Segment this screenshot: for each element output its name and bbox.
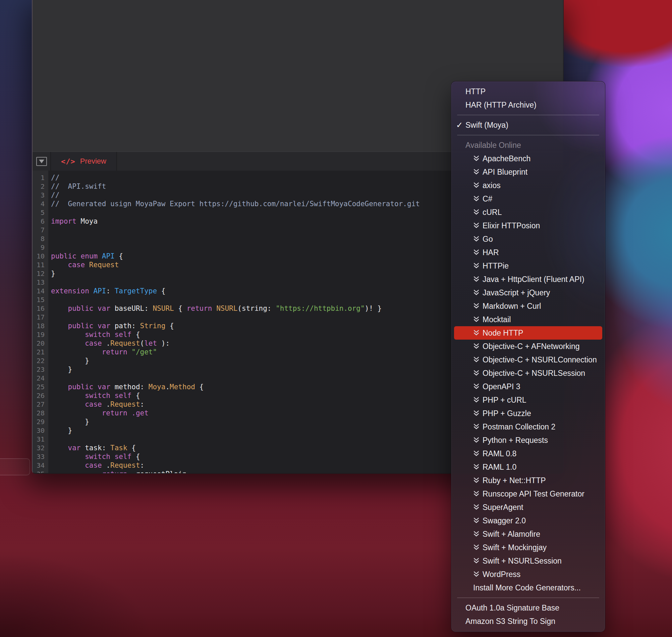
double-chevron-down-icon <box>472 208 480 216</box>
menu-item-har[interactable]: HAR <box>451 246 605 259</box>
menu-item-label: C# <box>483 195 492 203</box>
double-chevron-down-icon <box>472 195 480 203</box>
line-number: 6 <box>33 217 44 225</box>
menu-item-swift-mockingjay[interactable]: Swift + Mockingjay <box>451 541 605 554</box>
menu-item-mocktail[interactable]: Mocktail <box>451 313 605 326</box>
menu-item-raml-0-8[interactable]: RAML 0.8 <box>451 447 605 460</box>
menu-item-javascript-jquery[interactable]: JavaScript + jQuery <box>451 286 605 299</box>
menu-item-curl[interactable]: cURL <box>451 205 605 219</box>
line-number: 34 <box>33 461 44 470</box>
menu-item-har-http-archive[interactable]: HAR (HTTP Archive) <box>451 98 605 112</box>
tab-preview[interactable]: </> Preview <box>51 152 117 171</box>
menu-item-node-http[interactable]: Node HTTP <box>454 326 602 340</box>
line-number: 28 <box>33 409 44 417</box>
double-chevron-down-icon <box>472 262 480 270</box>
menu-item-label: Objective-C + AFNetworking <box>483 342 580 351</box>
double-chevron-down-icon <box>472 343 480 350</box>
double-chevron-down-icon <box>472 356 480 364</box>
menu-item-raml-1-0[interactable]: RAML 1.0 <box>451 460 605 474</box>
menu-item-label: OpenAPI 3 <box>483 382 521 391</box>
menu-item-swagger-2-0[interactable]: Swagger 2.0 <box>451 514 605 527</box>
line-number: 11 <box>33 260 44 269</box>
menu-item-label: HTTPie <box>483 261 509 271</box>
menu-item-apachebench[interactable]: ApacheBench <box>451 152 605 165</box>
menu-item-markdown-curl[interactable]: Markdown + Curl <box>451 299 605 313</box>
menu-item-api-blueprint[interactable]: API Blueprint <box>451 165 605 179</box>
menu-item-wordpress[interactable]: WordPress <box>451 568 605 581</box>
menu-item-label: cURL <box>483 208 502 217</box>
menu-item-label: Swift + NSURLSession <box>483 557 562 566</box>
menu-item-objective-c-nsurlconnection[interactable]: Objective-C + NSURLConnection <box>451 353 605 366</box>
line-number: 8 <box>33 234 44 243</box>
double-chevron-down-icon <box>472 303 480 310</box>
line-number: 1 <box>33 173 44 182</box>
menu-item-swift-nsurlsession[interactable]: Swift + NSURLSession <box>451 554 605 568</box>
menu-item-python-requests[interactable]: Python + Requests <box>451 434 605 447</box>
double-chevron-down-icon <box>472 316 480 324</box>
menu-item-label: Install More Code Generators... <box>473 583 581 593</box>
double-chevron-down-icon <box>472 276 480 283</box>
menu-item-label: Amazon S3 String To Sign <box>466 617 555 626</box>
menu-item-c[interactable]: C# <box>451 192 605 205</box>
line-number: 31 <box>33 435 44 443</box>
code-icon: </> <box>61 157 75 166</box>
line-number: 13 <box>33 278 44 287</box>
double-chevron-down-icon <box>472 463 480 471</box>
line-number: 10 <box>33 252 44 260</box>
menu-item-swift-alamofire[interactable]: Swift + Alamofire <box>451 527 605 541</box>
line-number: 30 <box>33 426 44 435</box>
menu-item-label: HTTP <box>466 87 486 96</box>
menu-separator <box>457 135 599 135</box>
double-chevron-down-icon <box>472 369 480 377</box>
line-number: 18 <box>33 322 44 330</box>
line-number-gutter: 1234567891011121314151617181920212223242… <box>33 171 48 473</box>
menu-item-label: RAML 0.8 <box>483 449 516 458</box>
menu-item-http[interactable]: HTTP <box>451 85 605 98</box>
line-number: 7 <box>33 225 44 234</box>
view-mode-dropdown-button[interactable] <box>36 157 47 166</box>
line-number: 23 <box>33 365 44 374</box>
double-chevron-down-icon <box>472 383 480 390</box>
menu-item-label: ApacheBench <box>483 154 530 163</box>
menu-item-httpie[interactable]: HTTPie <box>451 259 605 273</box>
double-chevron-down-icon <box>472 544 480 551</box>
menu-item-postman-collection-2[interactable]: Postman Collection 2 <box>451 420 605 434</box>
double-chevron-down-icon <box>472 222 480 230</box>
line-number: 26 <box>33 391 44 400</box>
menu-item-go[interactable]: Go <box>451 232 605 246</box>
menu-item-openapi-3[interactable]: OpenAPI 3 <box>451 380 605 393</box>
menu-item-label: Swift + Mockingjay <box>483 543 547 552</box>
line-number: 16 <box>33 304 44 313</box>
menu-item-objective-c-afnetworking[interactable]: Objective-C + AFNetworking <box>451 340 605 353</box>
menu-item-label: OAuth 1.0a Signature Base <box>466 603 559 613</box>
line-number: 27 <box>33 400 44 409</box>
menu-item-install-more-code-generators[interactable]: Install More Code Generators... <box>451 581 605 595</box>
menu-item-php-guzzle[interactable]: PHP + Guzzle <box>451 407 605 420</box>
menu-item-amazon-s3-string-to-sign[interactable]: Amazon S3 String To Sign <box>451 615 605 628</box>
menu-item-label: Node HTTP <box>483 329 523 338</box>
menu-item-php-curl[interactable]: PHP + cURL <box>451 393 605 407</box>
menu-item-ruby-net-http[interactable]: Ruby + Net::HTTP <box>451 474 605 487</box>
dropdown-cell <box>33 152 51 171</box>
menu-item-axios[interactable]: axios <box>451 179 605 192</box>
menu-item-swift-moya[interactable]: ✓Swift (Moya) <box>451 119 605 132</box>
menu-item-label: Objective-C + NSURLConnection <box>483 356 597 364</box>
line-number: 9 <box>33 243 44 252</box>
menu-item-label: API Blueprint <box>483 168 527 177</box>
line-number: 19 <box>33 330 44 339</box>
menu-item-label: Java + HttpClient (Fluent API) <box>483 275 584 284</box>
menu-item-runscope-api-test-generator[interactable]: Runscope API Test Generator <box>451 487 605 500</box>
background-window-button <box>0 458 30 475</box>
double-chevron-down-icon <box>472 155 480 163</box>
menu-item-oauth-1-0a-signature-base[interactable]: OAuth 1.0a Signature Base <box>451 601 605 615</box>
menu-item-superagent[interactable]: SuperAgent <box>451 500 605 514</box>
menu-item-java-httpclient-fluent-api[interactable]: Java + HttpClient (Fluent API) <box>451 273 605 286</box>
menu-item-label: Swift (Moya) <box>466 121 508 130</box>
menu-item-elixir-httposion[interactable]: Elixir HTTPosion <box>451 219 605 232</box>
menu-item-label: Swagger 2.0 <box>483 516 526 525</box>
double-chevron-down-icon <box>472 477 480 485</box>
menu-item-label: PHP + cURL <box>483 396 526 405</box>
menu-separator <box>457 597 599 598</box>
line-number: 4 <box>33 199 44 208</box>
menu-item-objective-c-nsurlsession[interactable]: Objective-C + NSURLSession <box>451 366 605 380</box>
